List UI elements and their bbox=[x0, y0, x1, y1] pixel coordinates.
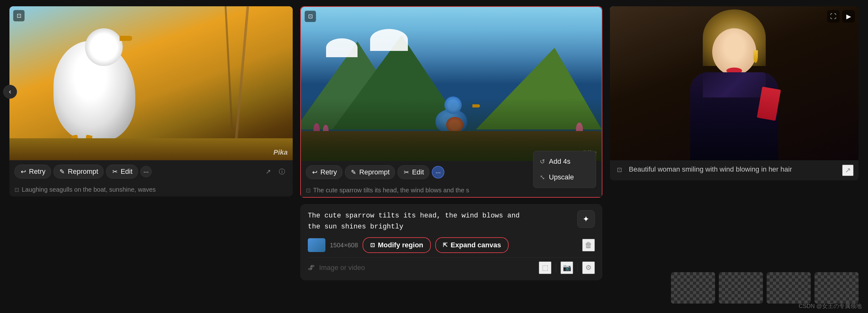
nav-left-arrow[interactable]: ‹ bbox=[3, 85, 17, 99]
add4s-icon: ↺ bbox=[540, 158, 545, 165]
trash-icon: 🗑 bbox=[585, 241, 592, 249]
left-card-caption: ⊡ Laughing seagulls on the boat, sunshin… bbox=[9, 183, 293, 197]
trash-button[interactable]: 🗑 bbox=[582, 239, 595, 251]
reprompt-icon-middle: ✎ bbox=[350, 169, 357, 176]
left-retry-button[interactable]: ↩ Retry bbox=[14, 165, 51, 178]
plus-button[interactable]: ✦ bbox=[577, 210, 595, 228]
dots-icon-middle: ··· bbox=[436, 169, 441, 176]
middle-image-bg: Pika ⊡ bbox=[301, 7, 602, 161]
csdn-watermark: CSDN @女王の专属领地 bbox=[799, 302, 862, 310]
thumb-3[interactable] bbox=[767, 272, 811, 304]
left-image-card: Pika ⊡ ↩ Retry ✎ Reprompt ✂ Edit ··· bbox=[9, 6, 293, 197]
middle-card-image-icon: ⊡ bbox=[305, 11, 316, 22]
retry-icon-middle: ↩ bbox=[311, 169, 318, 176]
expand-canvas-button[interactable]: ⇱ Expand canvas bbox=[435, 237, 508, 253]
middle-column: Pika ⊡ ↺ Add 4s ⤡ Upscale ↩ bbox=[300, 6, 602, 307]
share-icon-left: ↗ bbox=[266, 168, 271, 175]
woman-figure bbox=[681, 9, 788, 160]
right-image-card: ⛶ ▶ ⊡ Beautiful woman smiling with wind … bbox=[610, 6, 859, 180]
frame-select-button[interactable]: ⬚ bbox=[539, 262, 551, 274]
thumb-4[interactable] bbox=[814, 272, 859, 304]
edit-icon-left: ✂ bbox=[112, 168, 118, 175]
middle-edit-button[interactable]: ✂ Edit bbox=[398, 165, 429, 179]
thumb-1[interactable] bbox=[671, 272, 715, 304]
expand-canvas-label: Expand canvas bbox=[451, 241, 501, 249]
middle-top-wrapper: Pika ⊡ bbox=[300, 6, 602, 161]
thumbnail-strip bbox=[671, 272, 859, 304]
play-button-right[interactable]: ▶ bbox=[842, 10, 855, 23]
share-icon-right: ↗ bbox=[845, 166, 851, 174]
left-info-button[interactable]: ⓘ bbox=[276, 166, 288, 177]
left-caption-text: Laughing seagulls on the boat, sunshine,… bbox=[22, 186, 156, 193]
right-caption-text: Beautiful woman smiling with wind blowin… bbox=[629, 165, 837, 174]
right-card-top-icons: ⛶ ▶ bbox=[827, 10, 855, 23]
plus-icon: ✦ bbox=[583, 214, 589, 224]
retry-icon: ↩ bbox=[20, 168, 27, 175]
edit-icon-middle: ✂ bbox=[403, 169, 410, 176]
csdn-text: CSDN @女王の专属领地 bbox=[799, 303, 862, 309]
upscale-icon: ⤡ bbox=[540, 173, 545, 181]
camera-icon: 📷 bbox=[563, 264, 571, 272]
prompt-container: The cute sparrow tilts its head, the win… bbox=[300, 204, 602, 280]
modify-icon: ⊡ bbox=[370, 242, 375, 249]
left-edit-button[interactable]: ✂ Edit bbox=[106, 165, 138, 178]
input-placeholder-text: Image or video bbox=[319, 264, 534, 272]
fullscreen-icon-right: ⛶ bbox=[830, 13, 837, 20]
right-image-bg: ⛶ ▶ bbox=[610, 6, 859, 160]
left-share-button[interactable]: ↗ bbox=[262, 166, 274, 177]
edit-label-left: Edit bbox=[121, 168, 132, 176]
right-share-button[interactable]: ↗ bbox=[842, 165, 854, 176]
fullscreen-button-right[interactable]: ⛶ bbox=[827, 10, 840, 23]
prompt-text-area: The cute sparrow tilts its head, the win… bbox=[308, 210, 572, 232]
left-column: ‹ Pika ⊡ bbox=[9, 6, 293, 307]
retry-label-middle: Retry bbox=[320, 168, 337, 176]
left-card-image-icon: ⊡ bbox=[13, 10, 25, 21]
settings-icon: ⚙ bbox=[585, 264, 592, 272]
upscale-label: Upscale bbox=[549, 173, 574, 181]
reprompt-icon: ✎ bbox=[59, 168, 66, 175]
dropdown-upscale[interactable]: ⤡ Upscale bbox=[533, 169, 596, 185]
thumb-2[interactable] bbox=[719, 272, 763, 304]
modify-region-label: Modify region bbox=[378, 241, 423, 249]
edit-label-middle: Edit bbox=[412, 168, 424, 176]
reprompt-label-middle: Reprompt bbox=[360, 168, 390, 176]
settings-button[interactable]: ⚙ bbox=[582, 262, 595, 274]
play-icon-right: ▶ bbox=[846, 12, 851, 20]
prompt-thumbnail bbox=[308, 238, 326, 252]
camera-button[interactable]: 📷 bbox=[560, 262, 573, 274]
dropdown-add4s[interactable]: ↺ Add 4s bbox=[533, 154, 596, 169]
middle-caption-text: The cute sparrow tilts its head, the win… bbox=[313, 187, 469, 194]
chevron-left-icon: ‹ bbox=[9, 88, 11, 96]
left-reprompt-button[interactable]: ✎ Reprompt bbox=[54, 165, 104, 178]
input-row: 🖇 Image or video ⬚ 📷 ⚙ bbox=[308, 257, 595, 274]
right-column: ⛶ ▶ ⊡ Beautiful woman smiling with wind … bbox=[610, 6, 859, 307]
reprompt-label: Reprompt bbox=[68, 168, 98, 176]
info-icon-left: ⓘ bbox=[279, 168, 285, 176]
frame-icon: ⬚ bbox=[542, 264, 549, 272]
add4s-label: Add 4s bbox=[549, 158, 570, 166]
middle-reprompt-button[interactable]: ✎ Reprompt bbox=[345, 165, 395, 179]
right-card-caption: ⊡ Beautiful woman smiling with wind blow… bbox=[610, 160, 859, 180]
middle-dropdown-menu: ↺ Add 4s ⤡ Upscale bbox=[533, 151, 596, 188]
caption-icon-left: ⊡ bbox=[14, 186, 19, 193]
left-more-button[interactable]: ··· bbox=[141, 166, 152, 177]
middle-more-button-active[interactable]: ··· bbox=[432, 166, 444, 178]
caption-icon-middle: ⊡ bbox=[306, 187, 311, 194]
divider-1 bbox=[556, 263, 556, 272]
prompt-text: The cute sparrow tilts its head, the win… bbox=[308, 210, 572, 232]
middle-retry-button[interactable]: ↩ Retry bbox=[306, 165, 342, 179]
left-card-actions: ↩ Retry ✎ Reprompt ✂ Edit ··· ↗ bbox=[9, 160, 293, 183]
modify-region-button[interactable]: ⊡ Modify region bbox=[363, 237, 431, 253]
controls-row: 1504×608 ⊡ Modify region ⇱ Expand canvas… bbox=[308, 237, 595, 253]
expand-icon: ⇱ bbox=[443, 242, 447, 249]
left-image-bg: Pika ⊡ bbox=[9, 6, 293, 160]
caption-icon-right: ⊡ bbox=[615, 165, 624, 174]
image-size-label: 1504×608 bbox=[330, 242, 358, 249]
retry-label: Retry bbox=[29, 168, 45, 176]
dots-icon-left: ··· bbox=[144, 168, 149, 175]
main-container: ‹ Pika ⊡ bbox=[0, 0, 868, 313]
prompt-row: The cute sparrow tilts its head, the win… bbox=[308, 210, 595, 232]
pika-watermark-left: Pika bbox=[274, 148, 288, 156]
middle-image-card: Pika ⊡ ↺ Add 4s ⤡ Upscale ↩ bbox=[300, 6, 602, 198]
paperclip-icon[interactable]: 🖇 bbox=[308, 264, 315, 272]
